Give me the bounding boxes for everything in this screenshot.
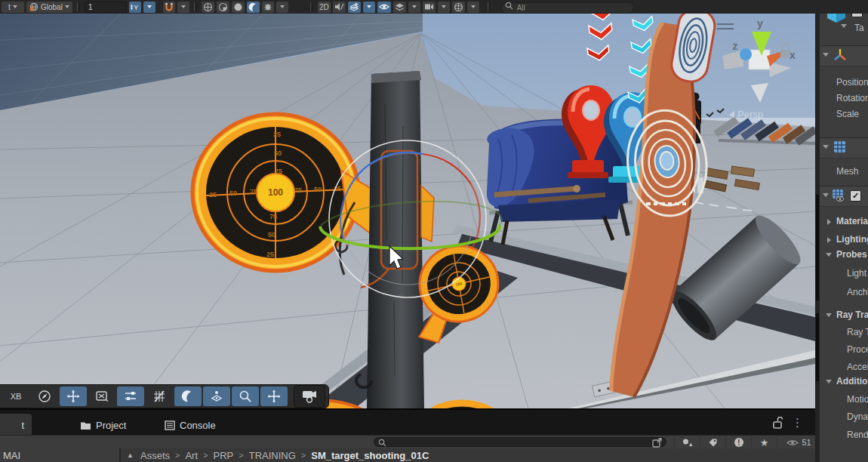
pivot-crosshair-button[interactable]: [260, 387, 288, 406]
debug-draw-dropdown[interactable]: [276, 2, 288, 13]
mesh-renderer-icon: [832, 189, 845, 205]
layers-dropdown[interactable]: [408, 2, 420, 13]
breadcrumb-item[interactable]: PRP: [214, 450, 234, 461]
scene-view[interactable]: 100 25 50 75 75 50 25 25 50 75 75 50 25: [0, 14, 815, 408]
z-axis-handle[interactable]: [740, 48, 752, 60]
chevron-down-icon: [147, 5, 152, 8]
chevron-down-icon: [280, 5, 285, 8]
shaded-mode-button[interactable]: [232, 2, 245, 13]
mesh-filter-icon: [833, 140, 846, 156]
view-options-button[interactable]: [31, 387, 58, 406]
procedural-geometry-label: Procedural Geometry: [847, 344, 868, 355]
grid-size-field[interactable]: [85, 2, 127, 13]
crescent-moon-icon: [248, 2, 258, 12]
svg-text:25: 25: [266, 251, 274, 258]
probes-foldout[interactable]: Probes: [836, 249, 868, 260]
perspective-indicator[interactable]: Persp: [729, 109, 763, 120]
camera-settings-button[interactable]: [423, 2, 436, 13]
ray-tracing-foldout[interactable]: Ray Tracing: [836, 310, 868, 320]
search-tool-button[interactable]: [232, 387, 259, 406]
foldout-arrow-icon[interactable]: [826, 253, 832, 257]
filter-by-type-button[interactable]: [674, 436, 700, 449]
effects-toggle-button[interactable]: [348, 2, 361, 13]
shading-mode-button[interactable]: [174, 387, 202, 406]
snap-dropdown[interactable]: [177, 2, 189, 13]
tab-project[interactable]: Project: [72, 414, 134, 436]
breadcrumb-item-current[interactable]: SM_target_shooting_01C: [311, 450, 429, 461]
filter-by-label-button[interactable]: [700, 436, 725, 449]
tab-console[interactable]: Console: [157, 414, 223, 436]
gizmos-button[interactable]: [452, 2, 465, 13]
rendering-layer-mask-label: Rendering Layer Mask: [847, 430, 868, 440]
visibility-count-button[interactable]: 51: [777, 436, 820, 449]
breadcrumb-item[interactable]: TRAINING: [249, 450, 296, 461]
renderer-enabled-checkbox[interactable]: ✓: [850, 190, 861, 202]
tab-label: t: [21, 420, 24, 431]
axis-constraint-dropdown[interactable]: [143, 2, 155, 13]
persp-arrow-icon: [729, 111, 734, 119]
gizmo-selector-button[interactable]: [202, 2, 214, 13]
sphere-grid-icon: [203, 2, 213, 12]
svg-text:!: !: [737, 439, 740, 447]
chevron-down-icon[interactable]: [841, 24, 847, 28]
camera-settings-dropdown[interactable]: [438, 2, 450, 13]
lighting-toggle-button[interactable]: [247, 2, 260, 13]
open-new-window-icon[interactable]: [652, 438, 662, 448]
snap-button[interactable]: [163, 2, 175, 13]
tab-active-partial[interactable]: t: [0, 414, 32, 436]
position-label: Position: [836, 77, 868, 88]
unlock-icon[interactable]: [772, 417, 783, 432]
pivot-toggle-button[interactable]: t: [2, 2, 24, 13]
motion-vectors-label: Motion Vectors: [847, 394, 868, 405]
diamond-dot-icon: [210, 390, 223, 403]
hidden-packages-button[interactable]: !: [725, 436, 751, 449]
handle-orientation-button[interactable]: Global: [26, 2, 72, 13]
layers-button[interactable]: [393, 2, 406, 13]
grid-snap-button[interactable]: [146, 387, 173, 406]
additional-settings-foldout[interactable]: Additional Settings: [836, 376, 868, 387]
mesh-label: Mesh: [836, 166, 868, 177]
move-arrows-icon: [66, 390, 80, 403]
materials-foldout[interactable]: Materials: [836, 216, 868, 226]
axis-constraint-button[interactable]: Y: [129, 2, 141, 13]
audio-mute-button[interactable]: [333, 2, 346, 13]
2d-view-button[interactable]: 2D: [318, 2, 331, 13]
collapse-arrow-icon[interactable]: ▲: [127, 451, 134, 459]
foldout-arrow-icon[interactable]: [827, 237, 831, 243]
globe-icon: [29, 2, 38, 11]
foldout-arrow-icon[interactable]: [823, 145, 829, 149]
scene-overlay-toolbar: XB: [0, 384, 329, 408]
folder-tree-cell[interactable]: MAI: [0, 448, 121, 462]
rect-tool-button[interactable]: [88, 387, 115, 406]
favorites-button[interactable]: ★: [751, 436, 777, 449]
foldout-arrow-icon[interactable]: [823, 53, 829, 57]
foldout-arrow-icon[interactable]: [823, 193, 829, 197]
foldout-arrow-icon[interactable]: [827, 219, 831, 225]
tab-label: Project: [96, 420, 126, 431]
lighting-foldout[interactable]: Lighting: [836, 234, 868, 245]
gizmos-dropdown[interactable]: [467, 2, 479, 13]
breadcrumb-item[interactable]: Art: [185, 450, 198, 461]
kebab-menu-icon[interactable]: ⋮: [792, 416, 803, 430]
acceleration-structure-label: Acceleration Structure: [847, 362, 868, 372]
svg-text:75: 75: [269, 213, 277, 220]
effects-dropdown[interactable]: [363, 2, 375, 13]
move-tool-button[interactable]: [60, 387, 87, 406]
settings-sliders-button[interactable]: [117, 387, 144, 406]
svg-text:25: 25: [209, 191, 217, 199]
chevron-down-icon: [412, 5, 417, 8]
chevron-down-icon: [471, 5, 476, 8]
foldout-arrow-icon[interactable]: [826, 313, 832, 317]
scene-search-input[interactable]: [501, 2, 634, 14]
breadcrumb-item[interactable]: Assets: [140, 450, 170, 461]
project-search-input[interactable]: [374, 437, 666, 447]
svg-text:50: 50: [274, 149, 282, 157]
orbit-view-button[interactable]: [217, 2, 229, 13]
camera-preview-button[interactable]: [294, 385, 325, 408]
scene-visibility-button[interactable]: [377, 2, 391, 13]
rect-tool-icon: [95, 390, 109, 403]
gizmo-visibility-button[interactable]: [203, 387, 230, 406]
debug-draw-button[interactable]: [262, 2, 274, 13]
foldout-arrow-icon[interactable]: [826, 380, 832, 383]
overlay-partial-button[interactable]: XB: [2, 387, 29, 406]
